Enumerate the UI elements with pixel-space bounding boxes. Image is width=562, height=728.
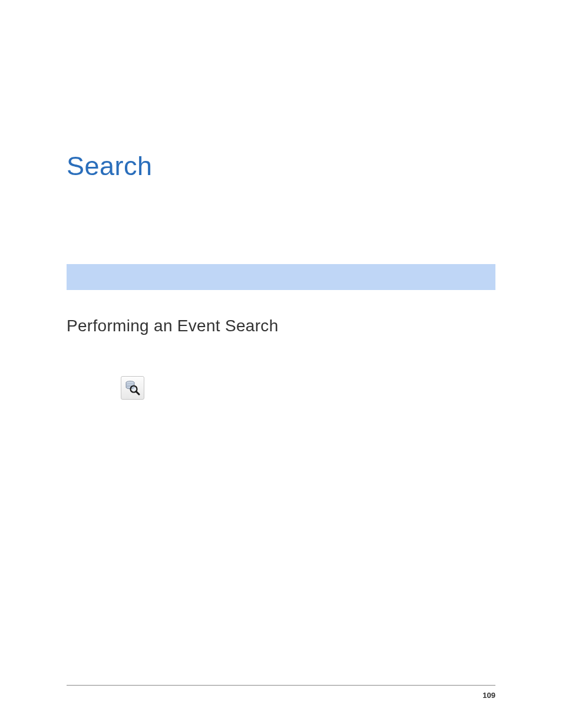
section-heading: Performing an Event Search	[67, 317, 279, 335]
footer-rule	[67, 685, 495, 686]
svg-point-4	[132, 387, 136, 391]
page-number: 109	[482, 691, 495, 700]
svg-line-5	[136, 391, 139, 394]
search-database-icon	[121, 376, 144, 400]
section-divider-bar	[67, 264, 495, 290]
document-page: Search Performing an Event Search 109	[0, 0, 562, 728]
chapter-title: Search	[67, 151, 153, 182]
